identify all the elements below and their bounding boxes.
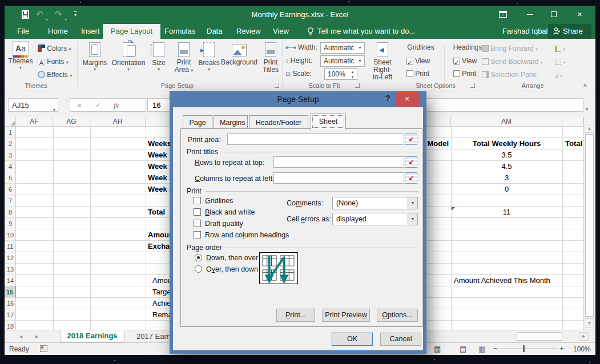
zoom-slider[interactable] (500, 349, 557, 349)
cell-an2[interactable]: Total (565, 138, 582, 149)
group-objects-button[interactable]: ▾ (555, 55, 565, 68)
col-header-af[interactable]: AF (16, 117, 53, 127)
height-combo[interactable]: Automatic▾ (320, 55, 365, 67)
cell-am4[interactable]: 4.5 (451, 161, 562, 172)
comments-dropdown-caret-icon[interactable]: ▾ (408, 197, 417, 209)
cancel-button[interactable]: Cancel (380, 333, 421, 346)
vertical-scrollbar[interactable]: ▲ ▼ (583, 117, 595, 330)
headings-view-checkbox[interactable]: View (453, 55, 477, 67)
zoom-level[interactable]: 100% (573, 345, 591, 353)
scroll-down-icon[interactable]: ▼ (585, 318, 594, 327)
tab-file[interactable]: File (9, 24, 37, 39)
confirm-entry-icon[interactable]: ✓ (95, 101, 101, 109)
row-header[interactable]: 4 (5, 161, 16, 172)
print-area-input[interactable] (227, 134, 404, 145)
macro-record-icon[interactable] (40, 345, 47, 352)
row-header[interactable]: 5 (5, 172, 16, 184)
print-preview-button[interactable]: Print Preview (322, 309, 370, 322)
horizontal-scroll-thumb[interactable] (517, 332, 562, 341)
down-then-over-radio[interactable] (195, 254, 202, 261)
dialog-help-icon[interactable]: ? (385, 94, 390, 103)
margins-button[interactable]: Margins▾ (80, 42, 110, 72)
themes-button[interactable]: Aa Themes ▾ (7, 41, 34, 70)
scale-to-fit-dialog-launcher-icon[interactable] (355, 83, 360, 88)
cancel-entry-icon[interactable]: × (77, 101, 82, 110)
width-combo[interactable]: Automatic▾ (320, 42, 365, 54)
tab-formulas[interactable]: Formulas (156, 24, 203, 39)
name-box[interactable]: AJ15 ▾ (8, 98, 58, 112)
cell-am8[interactable]: 11 (451, 207, 562, 218)
gridlines-print-checkbox[interactable]: Print (406, 67, 429, 80)
minimize-button[interactable] (527, 14, 533, 15)
name-box-splitter[interactable]: ⋮ (64, 99, 70, 103)
row-header[interactable]: 17 (5, 309, 16, 321)
sheet-tab-2018-earnings[interactable]: 2018 Earnings (60, 330, 124, 343)
page-layout-view-icon[interactable]: ▤ (460, 345, 466, 353)
page-setup-dialog-launcher-icon[interactable] (275, 83, 279, 88)
headings-print-checkbox[interactable]: Print (453, 67, 476, 80)
tell-me-box[interactable]: Tell me what you want to do... (317, 27, 415, 35)
collapse-ribbon-icon[interactable]: ^ (583, 83, 587, 90)
sheet-options-dialog-launcher-icon[interactable] (470, 83, 475, 88)
colors-button[interactable]: Colors ▾ (38, 42, 71, 55)
over-then-down-radio[interactable] (195, 265, 202, 273)
cell-am5[interactable]: 3 (451, 172, 562, 184)
print-button[interactable]: Print... (276, 309, 315, 322)
scale-spinner[interactable]: 100% ▴▾ (324, 68, 357, 80)
zoom-in-icon[interactable]: + (559, 344, 564, 353)
row-header[interactable]: 16 (5, 298, 16, 309)
gridlines-view-checkbox[interactable]: View (406, 55, 430, 67)
print-area-range-selector-icon[interactable]: ↙ (405, 134, 417, 145)
zoom-slider-thumb[interactable] (523, 345, 525, 352)
cols-repeat-range-selector-icon[interactable]: ↙ (405, 172, 417, 184)
rows-repeat-input[interactable] (273, 156, 404, 168)
orientation-button[interactable]: ↷ Orientation▾ (111, 42, 146, 72)
account-name[interactable]: Farshad Iqbal (502, 27, 548, 35)
select-all-corner[interactable] (5, 117, 16, 127)
tab-view[interactable]: View (265, 24, 297, 39)
col-header-ah[interactable]: AH (90, 117, 146, 127)
tab-review[interactable]: Review (228, 24, 269, 39)
dialog-tab-margins[interactable]: Margins (214, 115, 248, 129)
vertical-scroll-thumb[interactable] (585, 134, 594, 317)
sheet-rtl-button[interactable]: ◀ Sheet Right-to-Left (367, 42, 398, 81)
row-header[interactable]: 2 (5, 138, 16, 149)
tab-page-layout[interactable]: Page Layout (103, 24, 160, 39)
col-header-ag[interactable]: AG (53, 117, 90, 127)
dialog-tab-header-footer[interactable]: Header/Footer (249, 115, 308, 129)
zoom-out-icon[interactable]: − (493, 344, 498, 353)
row-header[interactable]: 15 (5, 286, 16, 298)
draft-quality-checkbox[interactable] (194, 220, 201, 227)
share-button[interactable]: Share (548, 24, 591, 39)
cols-repeat-input[interactable] (273, 172, 404, 184)
col-header-am[interactable]: AM (451, 117, 562, 127)
row-header[interactable]: 18 (5, 321, 16, 330)
background-button[interactable]: Background (220, 42, 258, 66)
page-break-view-icon[interactable]: ▥ (478, 345, 485, 353)
insert-function-icon[interactable]: fx (114, 101, 119, 110)
sheet-nav-right-icon[interactable]: ► (34, 334, 39, 339)
cell-am14[interactable]: Amount Achieved This Month (454, 275, 550, 286)
align-button[interactable]: ▾ (555, 42, 565, 55)
cell-errors-dropdown[interactable]: displayed▾ (332, 213, 418, 225)
selection-pane-button[interactable]: Selection Pane (482, 68, 537, 81)
effects-button[interactable]: Effects ▾ (38, 68, 72, 81)
row-header[interactable]: 12 (5, 252, 16, 264)
size-button[interactable]: Size▾ (147, 42, 170, 72)
ribbon-display-options-icon[interactable]: ↑ (499, 11, 507, 18)
comments-dropdown[interactable]: (None)▾ (332, 197, 418, 209)
cell-am6[interactable]: 0 (451, 184, 562, 195)
col-header-an[interactable] (562, 117, 583, 127)
fonts-button[interactable]: A Fonts ▾ (38, 55, 69, 68)
height-combo-caret-icon[interactable]: ▾ (356, 56, 364, 66)
dialog-tab-sheet[interactable]: Sheet (311, 114, 346, 130)
row-header[interactable]: 11 (5, 241, 16, 252)
row-header[interactable]: 3 (5, 149, 16, 161)
scale-spin-icons[interactable]: ▴▾ (348, 69, 357, 79)
scroll-up-icon[interactable]: ▲ (585, 124, 594, 133)
row-header[interactable]: 1 (5, 127, 16, 138)
formula-bar-expand-icon[interactable]: ▾ (586, 103, 588, 113)
row-header[interactable]: 9 (5, 218, 16, 229)
rotate-button[interactable]: ▾ (555, 68, 562, 81)
options-button[interactable]: Options... (377, 309, 418, 322)
